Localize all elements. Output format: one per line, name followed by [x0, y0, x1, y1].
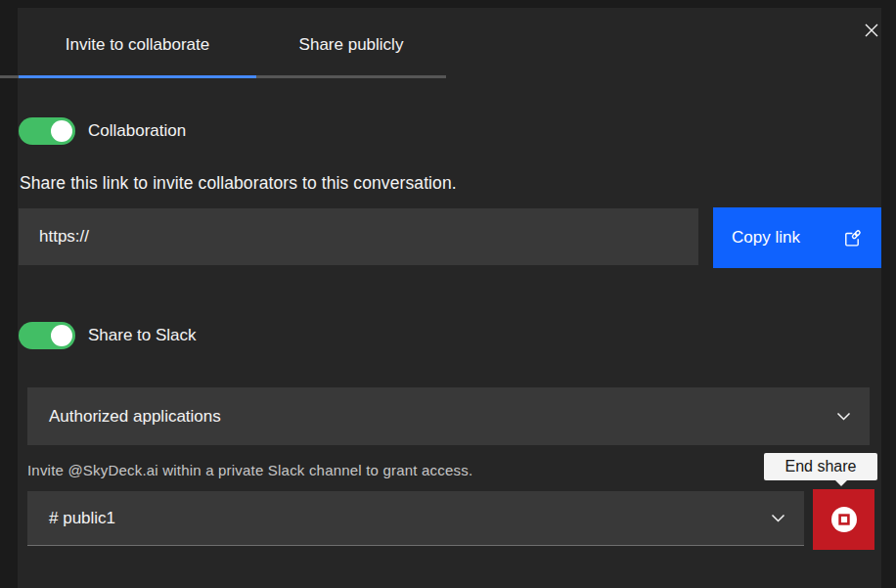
collaboration-row: Collaboration [19, 117, 186, 145]
copy-link-button[interactable]: Copy link [713, 207, 881, 268]
toggle-knob [51, 325, 72, 346]
copy-link-label: Copy link [732, 228, 800, 248]
tab-share-publicly[interactable]: Share publicly [256, 8, 446, 75]
end-share-tooltip: End share [764, 453, 877, 480]
tooltip-caret [834, 479, 848, 486]
share-to-slack-toggle-label: Share to Slack [88, 326, 197, 345]
share-link-description: Share this link to invite collaborators … [20, 173, 457, 194]
collaboration-toggle[interactable] [19, 117, 75, 145]
active-tab-indicator [19, 75, 256, 78]
slack-helper-text: Invite @SkyDeck.ai within a private Slac… [27, 462, 472, 478]
chevron-down-icon [771, 514, 785, 522]
slack-channel-dropdown[interactable]: # public1 [27, 491, 804, 546]
authorized-applications-value: Authorized applications [49, 407, 221, 427]
stop-icon [830, 506, 858, 533]
end-share-tooltip-label: End share [785, 458, 857, 475]
close-icon [864, 23, 879, 38]
share-to-slack-row: Share to Slack [19, 322, 197, 349]
tab-invite-label: Invite to collaborate [66, 35, 209, 55]
tab-invite-to-collaborate[interactable]: Invite to collaborate [19, 8, 256, 75]
end-share-button[interactable] [813, 489, 874, 550]
share-to-slack-toggle[interactable] [19, 322, 75, 349]
close-button[interactable] [858, 17, 885, 44]
toggle-knob [51, 120, 72, 142]
share-dialog: Invite to collaborate Share publicly Col… [0, 0, 896, 588]
slack-channel-value: # public1 [49, 509, 115, 528]
tab-share-label: Share publicly [299, 35, 404, 55]
share-link-input[interactable] [19, 208, 698, 265]
chevron-down-icon [836, 412, 851, 421]
copy-link-icon [842, 228, 863, 249]
authorized-applications-dropdown[interactable]: Authorized applications [27, 387, 870, 445]
collaboration-toggle-label: Collaboration [88, 121, 186, 141]
